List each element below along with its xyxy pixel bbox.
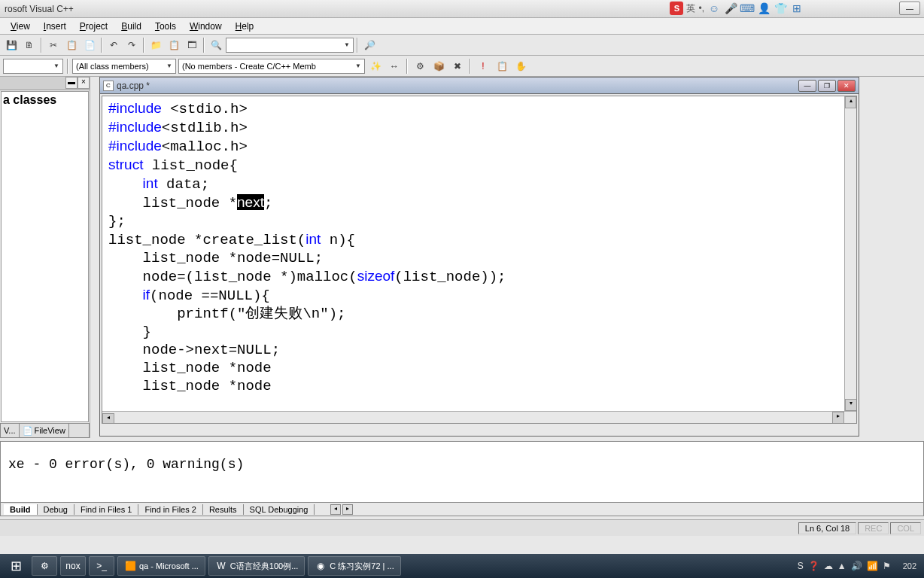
menu-tools[interactable]: Tools xyxy=(149,20,182,33)
ime-badge[interactable]: S xyxy=(670,2,683,15)
output-tab-find1[interactable]: Find in Files 1 xyxy=(74,504,138,515)
workspace-button[interactable]: 📁 xyxy=(147,37,164,53)
titlebar: rosoft Visual C++ S 英 •, ☺ 🎤 ⌨ 👤 👕 ⊞ — xyxy=(0,0,924,18)
panel-header: ▬ × xyxy=(0,77,90,90)
execute-button[interactable]: ! xyxy=(475,58,491,75)
taskbar-item[interactable]: ⚙ xyxy=(32,556,57,576)
start-button[interactable]: ⊞ xyxy=(3,555,29,576)
rec-indicator: REC xyxy=(858,522,889,534)
ime-icon[interactable]: ⌨ xyxy=(740,2,754,15)
class-combo[interactable]: ▼ xyxy=(3,59,63,74)
redo-button[interactable]: ↷ xyxy=(123,37,140,53)
output-tab-debug[interactable]: Debug xyxy=(38,504,74,515)
cut-button[interactable]: ✂ xyxy=(45,37,62,53)
undo-button[interactable]: ↶ xyxy=(105,37,122,53)
ime-tray: S 英 •, ☺ 🎤 ⌨ 👤 👕 ⊞ xyxy=(670,2,804,15)
tray-icon[interactable]: ⚑ xyxy=(883,561,891,571)
breakpoint-button[interactable]: ✋ xyxy=(512,58,529,75)
build-button[interactable]: 📦 xyxy=(430,58,447,75)
ime-lang[interactable]: 英 xyxy=(686,2,695,15)
members-filter-combo[interactable]: (All class members)▼ xyxy=(72,59,176,74)
compile-button[interactable]: ⚙ xyxy=(412,58,428,75)
codewin-maximize-button[interactable]: ❐ xyxy=(818,80,836,92)
file-icon: C xyxy=(103,81,114,91)
menu-bar: View Insert Project Build Tools Window H… xyxy=(0,18,924,35)
taskbar-item[interactable]: >_ xyxy=(89,556,114,576)
menu-build[interactable]: Build xyxy=(115,20,147,33)
cursor-position: Ln 6, Col 18 xyxy=(798,522,856,534)
output-tab-build[interactable]: Build xyxy=(4,504,38,515)
menu-project[interactable]: Project xyxy=(74,20,114,33)
panel-pin-button[interactable]: ▬ xyxy=(65,77,78,89)
wizard-button[interactable]: ✨ xyxy=(367,58,384,75)
ime-icon[interactable]: ⊞ xyxy=(790,2,804,15)
nav-button[interactable]: ↔ xyxy=(386,58,403,75)
find-button[interactable]: 🔍 xyxy=(208,37,224,53)
taskbar-item[interactable]: ◉C 练习实例72 | ... xyxy=(308,556,400,576)
menu-window[interactable]: Window xyxy=(184,20,228,33)
save-all-button[interactable]: 🗎 xyxy=(21,37,38,53)
scroll-right-button[interactable]: ▸ xyxy=(832,412,844,424)
codewin-close-button[interactable]: ✕ xyxy=(837,80,856,92)
taskbar-clock[interactable]: 202 xyxy=(898,562,921,570)
window-button[interactable]: 🗔 xyxy=(184,37,200,53)
app-title: rosoft Visual C++ xyxy=(5,4,74,14)
search-button[interactable]: 🔎 xyxy=(361,37,378,53)
ime-icon[interactable]: 👕 xyxy=(774,2,787,15)
tray-icon[interactable]: ▲ xyxy=(837,561,846,571)
minimize-button[interactable]: — xyxy=(899,2,920,15)
classview-tab[interactable]: V... xyxy=(1,424,20,437)
paste-button[interactable]: 📄 xyxy=(81,37,98,53)
workspace-panel: ▬ × a classes V... 📄FileView xyxy=(0,77,90,438)
tray-icon[interactable]: 🔊 xyxy=(851,561,862,571)
scroll-up-button[interactable]: ▴ xyxy=(845,96,856,108)
output-text: xe - 0 error(s), 0 warning(s) xyxy=(1,442,923,487)
tray-icon[interactable]: 📶 xyxy=(867,561,878,571)
output-panel: xe - 0 error(s), 0 warning(s) Build Debu… xyxy=(0,441,924,516)
members-combo[interactable]: (No members - Create C/C++ Memb▼ xyxy=(178,59,365,74)
output-scroll-left[interactable]: ◂ xyxy=(330,504,341,515)
ime-icon[interactable]: 👤 xyxy=(757,2,771,15)
tray-icon[interactable]: S xyxy=(798,561,804,571)
toolbar-class: ▼ (All class members)▼ (No members - Cre… xyxy=(0,56,924,77)
output-tab-results[interactable]: Results xyxy=(203,504,244,515)
tray-icon[interactable]: ☁ xyxy=(824,561,833,571)
window-controls: — xyxy=(899,2,920,15)
class-tree[interactable]: a classes xyxy=(1,91,89,422)
ime-icon[interactable]: 🎤 xyxy=(724,2,737,15)
vertical-scrollbar[interactable]: ▴ ▾ xyxy=(844,96,856,423)
taskbar: ⊞ ⚙nox>_🟧qa - Microsoft ...WC语言经典100例...… xyxy=(0,554,924,578)
tray-icon[interactable]: ❓ xyxy=(808,561,819,571)
codewin-minimize-button[interactable]: — xyxy=(798,80,816,92)
taskbar-item[interactable]: nox xyxy=(60,556,86,576)
code-window-titlebar[interactable]: C qa.cpp * — ❐ ✕ xyxy=(100,78,859,94)
status-bar: Ln 6, Col 18 REC COL xyxy=(0,519,924,536)
output-tab-sql[interactable]: SQL Debugging xyxy=(244,504,315,515)
find-combo[interactable]: ▼ xyxy=(226,38,354,53)
panel-tabs: V... 📄FileView xyxy=(0,423,90,438)
code-window: C qa.cpp * — ❐ ✕ #include <stdio.h> #inc… xyxy=(99,77,859,437)
ime-icon[interactable]: ☺ xyxy=(707,2,721,15)
menu-insert[interactable]: Insert xyxy=(38,20,72,33)
save-button[interactable]: 💾 xyxy=(3,37,20,53)
output-tab-find2[interactable]: Find in Files 2 xyxy=(138,504,202,515)
scroll-left-button[interactable]: ◂ xyxy=(102,413,114,424)
scroll-down-button[interactable]: ▾ xyxy=(845,399,857,411)
panel-close-button[interactable]: × xyxy=(78,77,90,89)
copy-button[interactable]: 📋 xyxy=(63,37,80,53)
taskbar-item[interactable]: WC语言经典100例... xyxy=(208,556,305,576)
stop-build-button[interactable]: ✖ xyxy=(449,58,466,75)
horizontal-scrollbar[interactable]: ◂ ▸ xyxy=(102,411,856,423)
output-scroll-right[interactable]: ▸ xyxy=(342,504,353,515)
output-tabs: Build Debug Find in Files 1 Find in File… xyxy=(1,502,923,516)
code-editor[interactable]: #include <stdio.h> #include<stdlib.h> #i… xyxy=(102,96,857,424)
fileview-tab[interactable]: 📄FileView xyxy=(20,424,69,437)
toolbar-main: 💾 🗎 ✂ 📋 📄 ↶ ↷ 📁 📋 🗔 🔍 ▼ 🔎 xyxy=(0,35,924,56)
col-indicator: COL xyxy=(890,522,921,534)
file-name: qa.cpp * xyxy=(117,81,150,91)
taskbar-item[interactable]: 🟧qa - Microsoft ... xyxy=(117,556,205,576)
menu-help[interactable]: Help xyxy=(229,20,260,33)
menu-view[interactable]: View xyxy=(5,20,36,33)
go-button[interactable]: 📋 xyxy=(494,58,510,75)
output-button[interactable]: 📋 xyxy=(166,37,182,53)
